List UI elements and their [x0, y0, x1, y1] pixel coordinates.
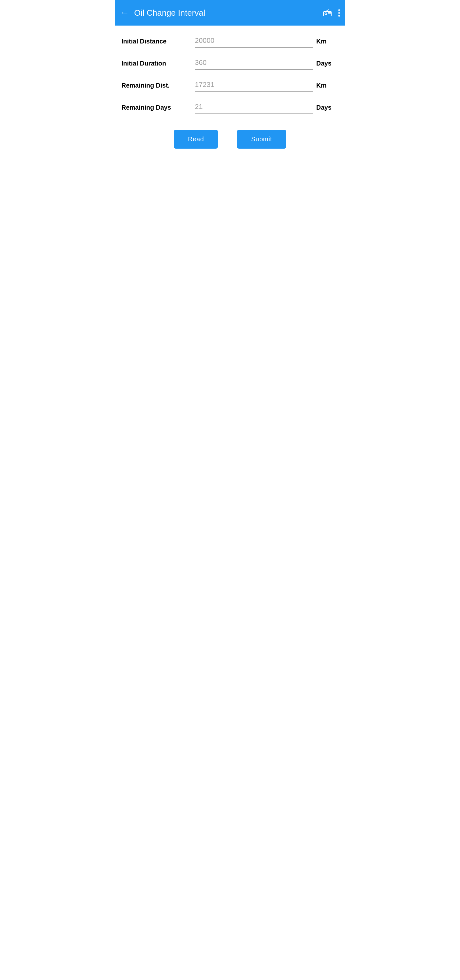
unit-initial-duration: Days	[316, 57, 339, 67]
dot2	[338, 12, 340, 14]
dot3	[338, 15, 340, 17]
back-arrow-icon: ←	[120, 8, 129, 18]
dot1	[338, 9, 340, 11]
form-row-initial-duration: Initial DurationDays	[121, 57, 339, 73]
input-initial-duration[interactable]	[195, 57, 313, 70]
back-button[interactable]: ←	[120, 8, 129, 18]
input-initial-distance[interactable]	[195, 35, 313, 48]
unit-remaining-dist: Km	[316, 79, 339, 89]
unit-initial-distance: Km	[316, 35, 339, 45]
submit-button[interactable]: Submit	[237, 130, 286, 149]
input-remaining-days[interactable]	[195, 101, 313, 114]
read-button[interactable]: Read	[174, 130, 218, 149]
content-area: Initial DistanceKmInitial DurationDaysRe…	[115, 25, 345, 158]
input-wrapper-remaining-dist	[195, 79, 313, 92]
svg-point-1	[325, 13, 327, 15]
label-remaining-days: Remaining Days	[121, 101, 192, 111]
button-row: Read Submit	[121, 130, 339, 149]
input-remaining-dist[interactable]	[195, 79, 313, 92]
input-wrapper-remaining-days	[195, 101, 313, 114]
app-bar-actions	[323, 9, 340, 17]
form-row-remaining-days: Remaining DaysDays	[121, 101, 339, 117]
page-title: Oil Change Interval	[134, 8, 323, 18]
form-row-remaining-dist: Remaining Dist.Km	[121, 79, 339, 95]
input-wrapper-initial-distance	[195, 35, 313, 48]
form-row-initial-distance: Initial DistanceKm	[121, 35, 339, 51]
input-wrapper-initial-duration	[195, 57, 313, 70]
unit-remaining-days: Days	[316, 101, 339, 111]
label-initial-distance: Initial Distance	[121, 35, 192, 45]
radio-icon[interactable]	[323, 9, 332, 17]
overflow-menu-button[interactable]	[338, 9, 340, 17]
label-initial-duration: Initial Duration	[121, 57, 192, 67]
label-remaining-dist: Remaining Dist.	[121, 79, 192, 89]
app-bar: ← Oil Change Interval	[115, 0, 345, 25]
